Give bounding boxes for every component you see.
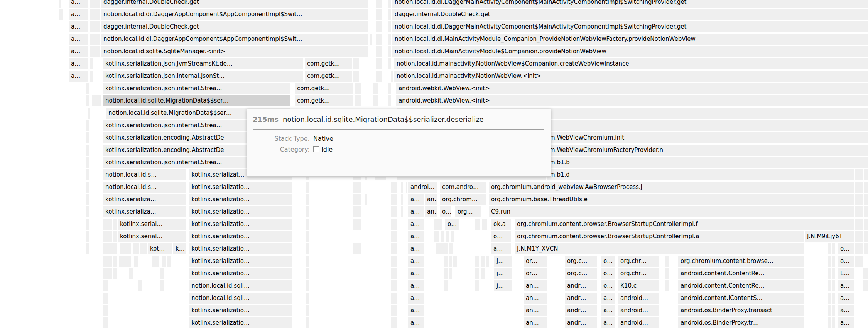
stack-frame-sliver[interactable] — [665, 268, 669, 279]
stack-frame-sliver[interactable] — [103, 293, 108, 304]
stack-frame-sliver[interactable] — [828, 317, 831, 328]
stack-frame-sliver[interactable] — [306, 280, 309, 291]
stack-frame-sliver[interactable] — [436, 243, 448, 254]
stack-frame[interactable]: notion.local.id.sqlite.SqliteManager.<in… — [101, 46, 365, 57]
stack-frame-sliver[interactable] — [376, 71, 382, 82]
stack-frame-sliver[interactable] — [446, 231, 449, 242]
stack-frame-sliver[interactable] — [365, 34, 368, 45]
stack-frame-sliver[interactable] — [855, 182, 863, 193]
stack-frame[interactable]: o… — [440, 206, 451, 217]
stack-frame-sliver[interactable] — [306, 268, 309, 279]
stack-frame[interactable]: or… — [524, 256, 547, 267]
stack-frame[interactable]: andr… — [565, 280, 597, 291]
stack-frame[interactable]: org.chr… — [618, 256, 659, 267]
stack-frame[interactable]: android… — [618, 317, 659, 328]
stack-frame-sliver[interactable] — [864, 231, 868, 242]
stack-frame-sliver[interactable] — [486, 256, 489, 267]
stack-frame-sliver[interactable] — [90, 0, 100, 8]
stack-frame-sliver[interactable] — [864, 219, 868, 230]
stack-frame[interactable]: a… — [69, 9, 88, 20]
stack-frame[interactable]: o… — [445, 219, 459, 230]
stack-frame[interactable]: androi… — [408, 182, 437, 193]
stack-frame-sliver[interactable] — [391, 71, 393, 82]
stack-frame[interactable]: K10.c — [618, 280, 659, 291]
stack-frame-sliver[interactable] — [665, 280, 669, 291]
stack-frame[interactable]: com.getk… — [295, 95, 353, 106]
stack-frame[interactable]: a… — [408, 305, 424, 316]
stack-frame[interactable]: kotlinx.serializatio… — [189, 182, 292, 193]
stack-frame[interactable]: j… — [494, 256, 512, 267]
stack-frame-sliver[interactable] — [113, 231, 117, 242]
stack-frame-sliver[interactable] — [108, 268, 112, 279]
stack-frame-sliver[interactable] — [453, 256, 457, 267]
stack-frame[interactable]: an… — [524, 317, 547, 328]
stack-frame[interactable]: notion.local.id.mainactivity.NotionWebVi… — [394, 71, 868, 82]
stack-frame[interactable]: andr… — [565, 317, 597, 328]
stack-frame-sliver[interactable] — [388, 83, 391, 94]
stack-frame[interactable]: o… — [601, 256, 615, 267]
stack-frame-sliver[interactable] — [365, 0, 368, 8]
stack-frame[interactable]: kotlinx.serializatio… — [189, 317, 292, 328]
stack-frame-sliver[interactable] — [449, 256, 452, 267]
stack-frame-sliver[interactable] — [832, 268, 835, 279]
stack-frame[interactable]: m.WebViewChromium.init — [547, 132, 868, 143]
stack-frame-sliver[interactable] — [355, 95, 361, 106]
stack-frame-sliver[interactable] — [160, 280, 164, 291]
stack-frame-sliver[interactable] — [863, 268, 868, 279]
stack-frame-sliver[interactable] — [855, 243, 863, 254]
stack-frame-sliver[interactable] — [140, 243, 147, 254]
stack-frame-sliver[interactable] — [86, 194, 89, 205]
stack-frame-sliver[interactable] — [103, 280, 108, 291]
stack-frame-sliver[interactable] — [855, 256, 863, 267]
stack-frame-sliver[interactable] — [401, 194, 403, 205]
stack-frame-sliver[interactable] — [86, 231, 89, 242]
stack-frame[interactable]: J.N.M9iLjy6T — [805, 231, 854, 242]
stack-frame[interactable]: o… — [491, 231, 511, 242]
stack-frame-sliver[interactable] — [864, 243, 868, 254]
stack-frame[interactable]: a… — [408, 231, 424, 242]
stack-frame-sliver[interactable] — [86, 243, 89, 254]
stack-frame-sliver[interactable] — [391, 317, 397, 328]
stack-frame-sliver[interactable] — [86, 169, 89, 180]
stack-frame[interactable]: notion.local.id.di.DaggerAppComponent$Ap… — [101, 9, 365, 20]
stack-frame[interactable]: kotlinx.serializatio… — [189, 231, 292, 242]
stack-frame[interactable]: a… — [69, 71, 88, 82]
stack-frame-sliver[interactable] — [365, 21, 368, 32]
stack-frame-sliver[interactable] — [475, 268, 479, 279]
stack-frame-sliver[interactable] — [482, 219, 487, 230]
stack-frame-sliver[interactable] — [353, 182, 361, 193]
stack-frame[interactable]: notion.local.id.di.MainActivityModule_Co… — [392, 34, 868, 45]
stack-frame[interactable]: j… — [494, 268, 512, 279]
stack-frame[interactable]: a… — [408, 293, 424, 304]
stack-frame[interactable]: org.c… — [565, 256, 597, 267]
stack-frame-sliver[interactable] — [113, 256, 117, 267]
stack-frame-sliver[interactable] — [86, 120, 89, 131]
stack-frame[interactable]: a… — [408, 280, 424, 291]
stack-frame-sliver[interactable] — [306, 317, 309, 328]
stack-frame-sliver[interactable] — [481, 268, 485, 279]
stack-frame-sliver[interactable] — [90, 9, 100, 20]
stack-frame-sliver[interactable] — [113, 219, 117, 230]
stack-frame-sliver[interactable] — [832, 256, 835, 267]
stack-frame[interactable]: kotlinx.serialization.json.JvmStreamsKt.… — [103, 58, 303, 69]
stack-frame-sliver[interactable] — [138, 280, 142, 291]
stack-frame[interactable]: dagger.internal.DoubleCheck.get — [101, 0, 365, 8]
stack-frame-sliver[interactable] — [365, 46, 368, 57]
stack-frame-sliver[interactable] — [376, 46, 382, 57]
stack-frame-sliver[interactable] — [828, 305, 831, 316]
stack-frame-sliver[interactable] — [832, 243, 835, 254]
stack-frame-sliver[interactable] — [388, 95, 391, 106]
stack-frame[interactable]: android… — [618, 293, 659, 304]
stack-frame-sliver[interactable] — [406, 182, 407, 193]
stack-frame[interactable]: J.N.M1Y_XVCN — [515, 243, 804, 254]
stack-frame-sliver[interactable] — [832, 280, 835, 291]
stack-frame-sliver[interactable] — [306, 256, 309, 267]
stack-frame-sliver[interactable] — [864, 194, 868, 205]
stack-frame-sliver[interactable] — [306, 182, 309, 193]
stack-frame-sliver[interactable] — [353, 71, 359, 82]
stack-frame-sliver[interactable] — [373, 95, 378, 106]
stack-frame[interactable]: org… — [455, 206, 481, 217]
stack-frame-sliver[interactable] — [388, 46, 391, 57]
stack-frame-sliver[interactable] — [376, 0, 382, 8]
stack-frame-sliver[interactable] — [401, 206, 403, 217]
